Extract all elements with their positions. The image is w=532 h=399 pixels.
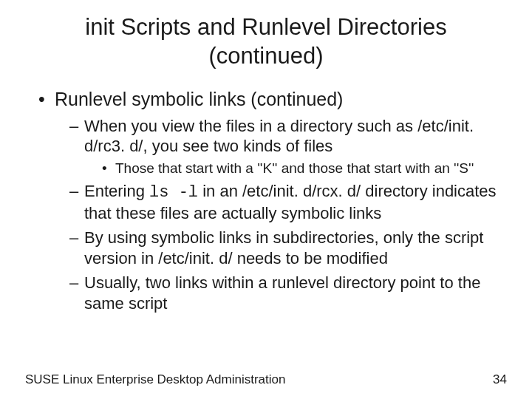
list-item: Entering ls -l in an /etc/init. d/rcx. d…: [69, 181, 507, 223]
bullet-list-level1: Runlevel symbolic links (continued) When…: [25, 89, 507, 314]
list-item: Usually, two links within a runlevel dir…: [69, 273, 507, 313]
bullet-list-level3: Those that start with a ''K'' and those …: [84, 160, 507, 177]
lvl2-text: When you view the files in a directory s…: [84, 117, 474, 156]
slide-footer: SUSE Linux Enterprise Desktop Administra…: [25, 372, 507, 387]
lvl2-text-part-a: Entering: [84, 182, 149, 200]
code-text: ls -l: [149, 183, 198, 202]
list-item: Those that start with a ''K'' and those …: [102, 160, 507, 177]
slide-title: init Scripts and Runlevel Directories (c…: [25, 13, 507, 71]
list-item: By using symbolic links in subdirectorie…: [69, 228, 507, 268]
bullet-list-level2: When you view the files in a directory s…: [55, 116, 507, 314]
lvl2-text: By using symbolic links in subdirectorie…: [84, 228, 483, 267]
slide: init Scripts and Runlevel Directories (c…: [0, 0, 532, 399]
lvl1-text: Runlevel symbolic links (continued): [55, 89, 343, 109]
page-number: 34: [493, 372, 507, 387]
lvl3-text: Those that start with a ''K'' and those …: [115, 160, 474, 176]
lvl2-text: Usually, two links within a runlevel dir…: [84, 273, 480, 313]
list-item: When you view the files in a directory s…: [69, 116, 507, 177]
footer-left: SUSE Linux Enterprise Desktop Administra…: [25, 372, 285, 387]
title-line-1: init Scripts and Runlevel Directories: [85, 14, 446, 40]
title-line-2: (continued): [208, 43, 323, 69]
list-item: Runlevel symbolic links (continued) When…: [38, 89, 507, 314]
